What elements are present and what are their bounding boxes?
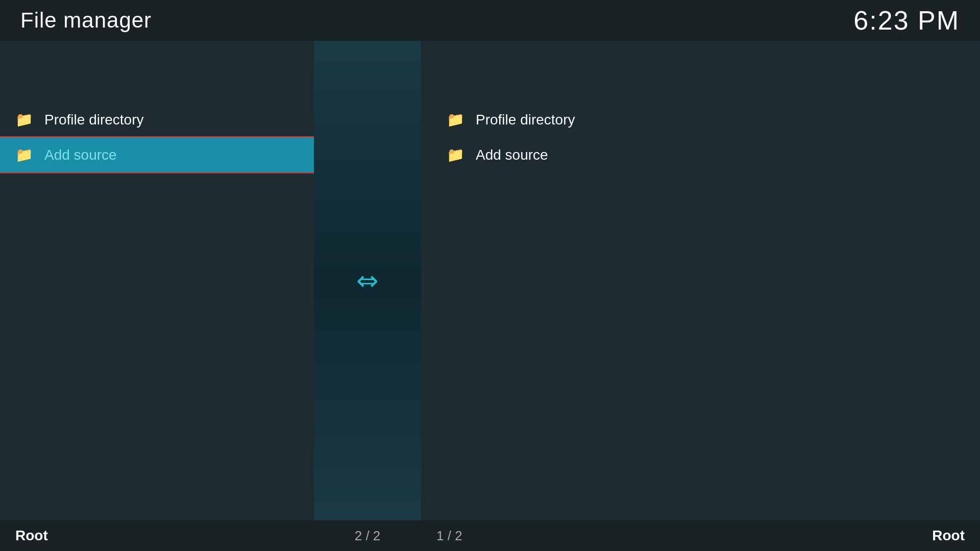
right-panel-count: 1 / 2 <box>436 528 462 544</box>
right-profile-directory-label: Profile directory <box>476 112 575 128</box>
left-add-source-label: Add source <box>44 147 117 163</box>
left-panel: 📁 Profile directory 📁 Add source <box>0 41 314 520</box>
footer: Root 2 / 2 1 / 2 Root <box>0 520 980 551</box>
right-panel: 📁 Profile directory 📁 Add source <box>421 41 980 520</box>
clock: 6:23 PM <box>853 5 960 36</box>
folder-icon-right-add-source: 📁 <box>447 146 464 163</box>
folder-icon-right-profile: 📁 <box>447 111 464 128</box>
right-profile-directory[interactable]: 📁 Profile directory <box>431 102 980 137</box>
left-add-source[interactable]: 📁 Add source <box>0 137 314 172</box>
folder-icon: 📁 <box>15 111 33 128</box>
transfer-icon: ⇔ <box>356 265 379 296</box>
left-profile-directory[interactable]: 📁 Profile directory <box>0 102 314 137</box>
folder-icon-add-source: 📁 <box>15 146 33 163</box>
footer-left-root-label: Root <box>15 528 48 544</box>
footer-right: 1 / 2 Root <box>421 528 980 544</box>
footer-center: 2 / 2 <box>314 528 421 544</box>
left-panel-count: 2 / 2 <box>355 528 381 544</box>
header: File manager 6:23 PM <box>0 0 980 41</box>
center-panel: ⇔ <box>314 41 421 520</box>
app-title: File manager <box>20 8 152 33</box>
left-profile-directory-label: Profile directory <box>44 112 144 128</box>
right-add-source[interactable]: 📁 Add source <box>431 137 980 172</box>
main-layout: 📁 Profile directory 📁 Add source ⇔ 📁 Pro… <box>0 41 980 520</box>
right-add-source-label: Add source <box>476 147 548 163</box>
footer-right-root-label: Root <box>932 528 965 544</box>
footer-left: Root <box>0 528 314 544</box>
